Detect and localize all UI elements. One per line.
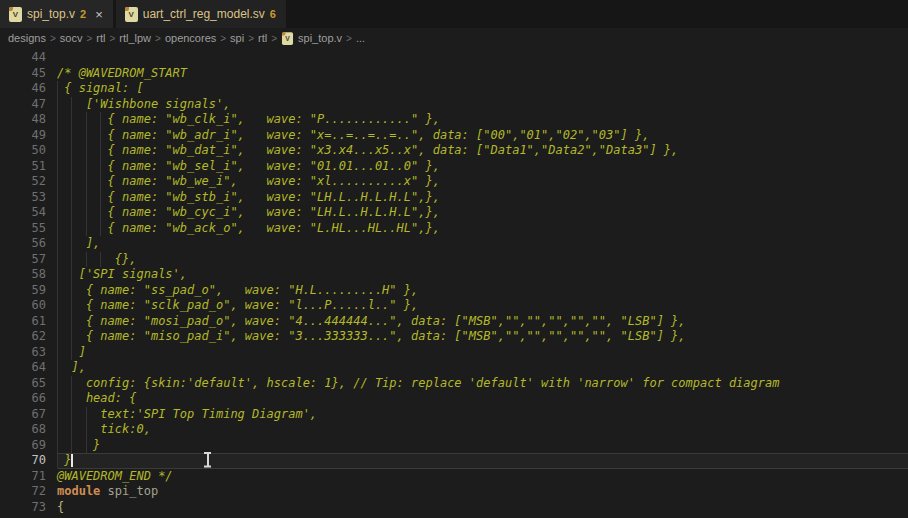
indent-guide <box>100 205 101 221</box>
breadcrumb-item-rtl2[interactable]: rtl <box>258 32 267 44</box>
indent-guide <box>100 221 101 237</box>
code-line-45[interactable]: 45/* @WAVEDROM_START <box>0 66 908 82</box>
breadcrumb-item-rtl[interactable]: rtl <box>96 32 105 44</box>
indent-guide <box>86 438 87 454</box>
indent-guide <box>57 174 58 190</box>
code-text: } <box>57 438 908 454</box>
code-line-72[interactable]: 72module spi_top <box>0 484 908 500</box>
indent-guide <box>71 205 72 221</box>
code-line-71[interactable]: 71@WAVEDROM_END */ <box>0 469 908 485</box>
indent-guide <box>57 453 58 469</box>
code-text: ['SPI signals', <box>57 267 908 283</box>
code-text <box>57 50 908 66</box>
code-text: { name: "sclk_pad_o", wave: "l...P.....l… <box>57 298 908 314</box>
close-icon[interactable]: × <box>95 8 103 21</box>
code-line-53[interactable]: 53 { name: "wb_stb_i", wave: "LH.L..H.L.… <box>0 190 908 206</box>
indent-guide <box>86 143 87 159</box>
code-line-67[interactable]: 67 text:'SPI Top Timing Diagram', <box>0 407 908 423</box>
code-editor[interactable]: 4445/* @WAVEDROM_START46 { signal: [47 [… <box>0 48 908 518</box>
indent-guide <box>100 112 101 128</box>
code-line-66[interactable]: 66 head: { <box>0 391 908 407</box>
line-number: 72 <box>0 484 46 500</box>
code-line-69[interactable]: 69 } <box>0 438 908 454</box>
breadcrumb-item-rtl-lpw[interactable]: rtl_lpw <box>119 32 151 44</box>
line-number: 56 <box>0 236 46 252</box>
indent-guide <box>57 267 58 283</box>
code-line-73[interactable]: 73{ <box>0 500 908 516</box>
indent-guide <box>57 112 58 128</box>
tab-spi-top[interactable]: V spi_top.v 2 × <box>0 0 113 28</box>
line-number: 44 <box>0 50 46 66</box>
code-line-54[interactable]: 54 { name: "wb_cyc_i", wave: "LH.L..H.L.… <box>0 205 908 221</box>
indent-guide <box>57 190 58 206</box>
code-line-58[interactable]: 58 ['SPI signals', <box>0 267 908 283</box>
code-line-68[interactable]: 68 tick:0, <box>0 422 908 438</box>
breadcrumb-item-socv[interactable]: socv <box>60 32 83 44</box>
line-number: 64 <box>0 360 46 376</box>
breadcrumb-item-spi[interactable]: spi <box>230 32 244 44</box>
code-text: { name: "wb_we_i", wave: "xl..........x"… <box>57 174 908 190</box>
code-line-48[interactable]: 48 { name: "wb_clk_i", wave: "P.........… <box>0 112 908 128</box>
line-number: 66 <box>0 391 46 407</box>
chevron-right-icon: > <box>109 33 115 44</box>
indent-guide <box>57 376 58 392</box>
line-number: 57 <box>0 252 46 268</box>
code-text: config: {skin:'default', hscale: 1}, // … <box>57 376 908 392</box>
line-number: 49 <box>0 128 46 144</box>
code-text: /* @WAVEDROM_START <box>57 66 908 82</box>
code-line-63[interactable]: 63 ] <box>0 345 908 361</box>
code-line-49[interactable]: 49 { name: "wb_adr_i", wave: "x=..=..=..… <box>0 128 908 144</box>
indent-guide <box>57 205 58 221</box>
code-line-55[interactable]: 55 { name: "wb_ack_o", wave: "L.HL...HL.… <box>0 221 908 237</box>
indent-guide <box>86 159 87 175</box>
indent-guide <box>57 159 58 175</box>
code-line-64[interactable]: 64 ], <box>0 360 908 376</box>
indent-guide <box>71 190 72 206</box>
code-line-65[interactable]: 65 config: {skin:'default', hscale: 1}, … <box>0 376 908 392</box>
code-line-61[interactable]: 61 { name: "mosi_pad_o", wave: "4...4444… <box>0 314 908 330</box>
indent-guide <box>71 236 72 252</box>
line-number: 50 <box>0 143 46 159</box>
code-line-70[interactable]: 70 } <box>0 453 908 469</box>
chevron-right-icon: > <box>86 33 92 44</box>
code-text: head: { <box>57 391 908 407</box>
code-line-60[interactable]: 60 { name: "sclk_pad_o", wave: "l...P...… <box>0 298 908 314</box>
indent-guide <box>71 422 72 438</box>
breadcrumb-item-file[interactable]: spi_top.v <box>298 32 342 44</box>
tab-uart-ctrl-reg-model[interactable]: V uart_ctrl_reg_model.sv 6 <box>116 0 286 28</box>
code-line-51[interactable]: 51 { name: "wb_sel_i", wave: "01.01...01… <box>0 159 908 175</box>
line-number: 54 <box>0 205 46 221</box>
chevron-right-icon: > <box>50 33 56 44</box>
line-number: 47 <box>0 97 46 113</box>
line-number: 55 <box>0 221 46 237</box>
code-line-52[interactable]: 52 { name: "wb_we_i", wave: "xl.........… <box>0 174 908 190</box>
line-number: 46 <box>0 81 46 97</box>
line-number: 60 <box>0 298 46 314</box>
indent-guide <box>86 128 87 144</box>
code-line-46[interactable]: 46 { signal: [ <box>0 81 908 97</box>
code-line-59[interactable]: 59 { name: "ss_pad_o", wave: "H.L.......… <box>0 283 908 299</box>
breadcrumb-overflow[interactable]: ... <box>356 32 365 44</box>
code-line-44[interactable]: 44 <box>0 50 908 66</box>
indent-guide <box>57 97 58 113</box>
code-line-57[interactable]: 57 {}, <box>0 252 908 268</box>
line-number: 68 <box>0 422 46 438</box>
indent-guide <box>57 221 58 237</box>
breadcrumb-item-designs[interactable]: designs <box>8 32 46 44</box>
indent-guide <box>57 329 58 345</box>
code-text: { name: "wb_adr_i", wave: "x=..=..=..=..… <box>57 128 908 144</box>
tab-filename: spi_top.v <box>27 7 75 21</box>
indent-guide <box>71 97 72 113</box>
code-line-62[interactable]: 62 { name: "miso_pad_i", wave: "3...3333… <box>0 329 908 345</box>
code-text: text:'SPI Top Timing Diagram', <box>57 407 908 423</box>
code-line-47[interactable]: 47 ['Wishbone signals', <box>0 97 908 113</box>
indent-guide <box>71 329 72 345</box>
code-line-56[interactable]: 56 ], <box>0 236 908 252</box>
line-number: 63 <box>0 345 46 361</box>
code-text: { name: "ss_pad_o", wave: "H.L.........H… <box>57 283 908 299</box>
code-line-50[interactable]: 50 { name: "wb_dat_i", wave: "x3.x4...x5… <box>0 143 908 159</box>
indent-guide <box>57 283 58 299</box>
breadcrumb-item-opencores[interactable]: opencores <box>165 32 216 44</box>
verilog-file-icon: V <box>9 7 22 22</box>
indent-guide <box>86 252 87 268</box>
